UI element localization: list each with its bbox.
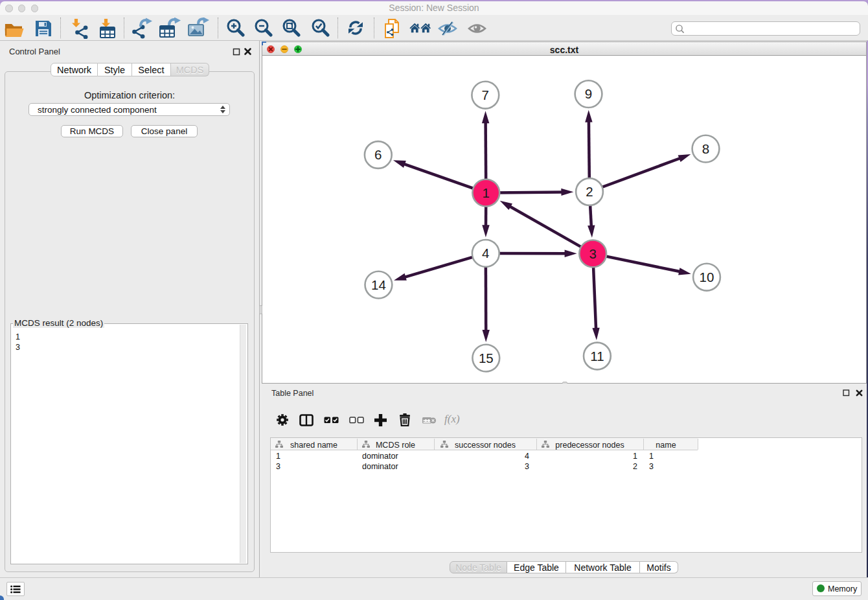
svg-text:9: 9 bbox=[585, 86, 592, 101]
svg-text:10: 10 bbox=[700, 270, 714, 284]
svg-text:15: 15 bbox=[479, 351, 494, 365]
svg-text:2: 2 bbox=[586, 184, 593, 199]
svg-text:1: 1 bbox=[483, 185, 490, 200]
svg-text:4: 4 bbox=[482, 246, 489, 260]
svg-text:8: 8 bbox=[702, 141, 709, 156]
svg-text:6: 6 bbox=[374, 147, 382, 162]
svg-text:14: 14 bbox=[371, 277, 386, 292]
svg-text:3: 3 bbox=[589, 246, 596, 261]
svg-text:7: 7 bbox=[482, 87, 489, 102]
svg-text:11: 11 bbox=[590, 349, 604, 363]
